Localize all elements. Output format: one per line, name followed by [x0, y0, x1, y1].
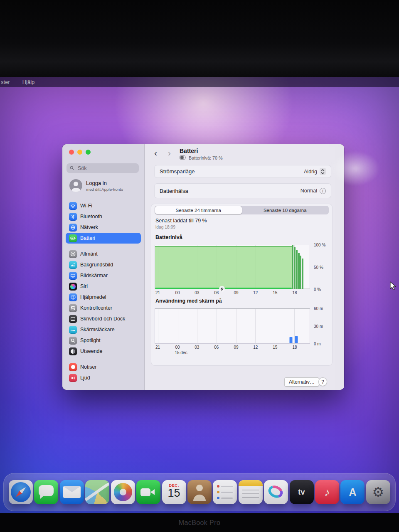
sidebar-item-label: Batteri	[80, 235, 95, 241]
info-icon[interactable]: i	[320, 188, 326, 194]
close-button[interactable]	[69, 150, 74, 155]
sidebar-item-batteri[interactable]: Batteri	[66, 233, 141, 244]
sidebar-item-ljud[interactable]: Ljud	[66, 372, 141, 383]
zoom-button[interactable]	[86, 150, 91, 155]
xtick: 06	[214, 345, 219, 350]
forward-chevron-icon[interactable]: ›	[168, 148, 171, 157]
battery-level-icon	[180, 155, 187, 160]
minimize-button[interactable]	[77, 150, 82, 155]
hgrid	[155, 308, 310, 309]
gbar	[300, 256, 301, 289]
last-charged-text: Senast laddat till 79 %	[155, 218, 207, 224]
dock-icon-app-store[interactable]: A	[340, 480, 365, 504]
macbook-brand-label: MacBook Pro	[179, 519, 220, 527]
dock-icon-music[interactable]: ♪	[315, 480, 339, 504]
sidebar-item-notiser[interactable]: Notiser	[66, 362, 141, 372]
profile-name: Logga in	[86, 180, 123, 186]
back-chevron-icon[interactable]: ‹	[154, 148, 157, 157]
battery-health-value: Normal	[300, 188, 317, 194]
battery-level-chart: 100 %50 %0 % 2100030609121518	[155, 245, 330, 295]
sidebar-item-bakgrundsbild[interactable]: Bakgrundsbild	[66, 259, 141, 270]
xtick: 09	[234, 345, 238, 350]
xtick: 18	[292, 345, 297, 350]
sidebar-item-natverk[interactable]: Nätverk	[66, 222, 141, 233]
xtick: 15	[273, 345, 277, 350]
dock-icon-freeform[interactable]	[264, 480, 288, 504]
sidebar-group-gap	[66, 244, 141, 249]
sidebar-item-allmant[interactable]: Allmänt	[66, 249, 141, 259]
avatar	[69, 179, 82, 192]
sidebar-item-label: Skrivbord och Dock	[80, 316, 125, 322]
menu-item-fonster[interactable]: ster	[1, 79, 10, 85]
xtick: 00	[175, 291, 180, 295]
sidebar-item-label: Ljud	[80, 375, 90, 381]
notes-header-icon	[239, 480, 263, 486]
screen-on-usage-chart: 60 m30 m0 m 210003060912151815 dec.	[155, 308, 330, 356]
dock-icon-facetime[interactable]	[136, 480, 160, 504]
xtick: 21	[155, 291, 160, 295]
options-button[interactable]: Alternativ…	[284, 377, 319, 387]
sidebar-item-label: Skärmsläckare	[80, 327, 115, 332]
search-input[interactable]	[77, 165, 136, 172]
xtick: 00	[175, 345, 180, 350]
hgrid	[155, 343, 310, 343]
tv-label: tv	[290, 480, 314, 504]
menu-item-hjalp[interactable]: Hjälp	[22, 79, 35, 85]
sidebar-item-label: Spotlight	[80, 337, 101, 343]
hgrid	[155, 326, 310, 326]
help-button[interactable]: ?	[318, 377, 327, 386]
power-mode-select[interactable]: Aldrig	[304, 168, 326, 175]
envelope-icon	[63, 486, 81, 498]
dock-icon-photos[interactable]	[111, 480, 135, 504]
dock-icon-notes[interactable]	[239, 480, 263, 504]
tab-last-10-days[interactable]: Senaste 10 dagarna	[242, 206, 329, 214]
dock-icon-maps[interactable]	[85, 480, 109, 504]
speech-bubble-icon	[39, 485, 54, 496]
dock-icon-system-settings[interactable]: ⚙	[366, 480, 390, 504]
screen-on-usage-x-axis: 210003060912151815 dec.	[155, 344, 310, 356]
sidebar-item-skarmslackare[interactable]: Skärmsläckare	[66, 324, 141, 335]
siri-icon	[69, 283, 77, 291]
bbar	[295, 336, 298, 343]
dock-icon-contacts[interactable]	[187, 480, 212, 504]
sidebar-item-siri[interactable]: Siri	[66, 281, 141, 292]
dock-icon-calendar[interactable]: DEC. 15	[162, 480, 186, 504]
accessibility-icon	[69, 293, 77, 301]
dock-icon-reminders[interactable]	[213, 480, 237, 504]
dock-icon-apple-tv[interactable]: tv	[290, 480, 314, 504]
sidebar-item-label: Hjälpmedel	[80, 294, 106, 300]
dock-icon-safari[interactable]	[9, 480, 33, 504]
laptop-bottom-bezel: MacBook Pro	[0, 513, 399, 532]
vgrid	[236, 309, 236, 343]
gbar	[294, 247, 296, 289]
sidebar-item-kontrollcenter[interactable]: Kontrollcenter	[66, 303, 141, 313]
mouse-cursor	[390, 281, 397, 293]
sidebar-item-hjalpmedel[interactable]: Hjälpmedel	[66, 292, 141, 303]
vgrid	[255, 309, 256, 343]
sidebar-item-bluetooth[interactable]: Bluetooth	[66, 211, 141, 222]
sidebar-item-skrivbord-och-dock[interactable]: Skrivbord och Dock	[66, 313, 141, 324]
vgrid	[178, 309, 178, 343]
sidebar-item-label: Siri	[80, 283, 88, 289]
popup-stepper-icon	[320, 168, 326, 175]
sidebar-item-wifi[interactable]: Wi-Fi	[66, 200, 141, 211]
bbar	[289, 337, 292, 343]
laptop-screen: ster Hjälp	[0, 77, 399, 513]
xtick: 12	[253, 345, 258, 350]
dock-icon-messages[interactable]	[34, 480, 58, 504]
xtick: 03	[195, 291, 199, 295]
profile-row[interactable]: Logga in med ditt Apple-konto	[69, 179, 123, 192]
dock-icon-mail[interactable]	[60, 480, 84, 504]
sidebar-item-spotlight[interactable]: Spotlight	[66, 335, 141, 346]
sidebar-item-label: Wi-Fi	[80, 203, 92, 209]
sidebar-item-bildskarmar[interactable]: Bildskärmar	[66, 270, 141, 281]
sidebar-item-utseende[interactable]: Utseende	[66, 346, 141, 357]
battery-level-text: Batterinivå: 70 %	[189, 155, 223, 160]
map-road-icon	[85, 482, 109, 501]
photo-of-laptop: ster Hjälp	[0, 0, 399, 532]
time-range-tabs: Senaste 24 timmarna Senaste 10 dagarna	[155, 206, 329, 214]
sidebar-item-label: Kontrollcenter	[80, 305, 112, 311]
search-field[interactable]	[66, 163, 139, 173]
tab-last-24-hours[interactable]: Senaste 24 timmarna	[155, 206, 242, 214]
xtick: 15	[273, 291, 277, 295]
